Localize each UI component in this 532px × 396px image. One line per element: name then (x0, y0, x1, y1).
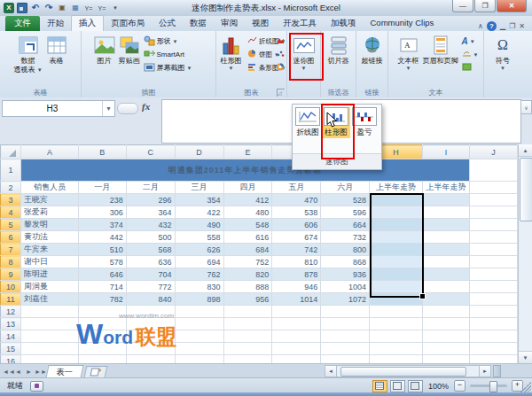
first-sheet-icon[interactable]: ◄◄ (3, 369, 12, 375)
wordart-button[interactable]: A▼ (460, 35, 476, 48)
save-icon[interactable] (17, 3, 27, 13)
horizontal-scrollbar[interactable]: ◄ ► (325, 366, 501, 377)
cell[interactable] (470, 343, 518, 355)
sparkline-button[interactable]: 迷你图 ▼ (292, 33, 317, 87)
cell[interactable] (20, 330, 78, 343)
minimize-button[interactable]: — (452, 0, 473, 12)
cell-B11[interactable]: 782 (78, 293, 126, 306)
cell[interactable] (223, 355, 272, 364)
resize-grip[interactable] (520, 382, 531, 392)
cell-A10[interactable]: 周润曼 (20, 281, 78, 293)
close-button[interactable]: ✕ (497, 0, 527, 12)
zoom-slider-thumb[interactable] (489, 381, 497, 392)
row-header-2[interactable]: 2 (1, 182, 21, 194)
cell-H6[interactable] (370, 231, 423, 244)
row-header-3[interactable]: 3 (1, 194, 21, 206)
cell-D10[interactable]: 830 (175, 281, 223, 293)
collapse-ribbon-icon[interactable]: ∧ (478, 22, 483, 30)
cell-J8[interactable] (470, 256, 518, 268)
cell[interactable] (321, 306, 370, 318)
cell-H10[interactable] (370, 281, 423, 293)
cell-I7[interactable] (423, 244, 470, 256)
cell[interactable] (370, 306, 423, 318)
cell-G10[interactable]: 1004 (321, 281, 370, 293)
object-button[interactable] (460, 61, 476, 74)
insert-function-button[interactable]: fx (142, 101, 150, 112)
cell-E3[interactable]: 412 (223, 194, 272, 206)
cell-D6[interactable]: 558 (175, 231, 223, 244)
next-sheet-icon[interactable]: ► (24, 369, 34, 375)
cell-E6[interactable]: 616 (223, 231, 272, 244)
horizontal-scroll-thumb[interactable] (340, 367, 466, 377)
tab-community-clips[interactable]: Community Clips (364, 16, 442, 31)
cell-A5[interactable]: 黎发明 (20, 219, 78, 231)
cell-J10[interactable] (470, 281, 518, 293)
cell-B8[interactable]: 578 (78, 256, 126, 268)
cell-D4[interactable]: 422 (175, 206, 223, 219)
sheet-title-cell[interactable]: 明通集团2011年上半年销售走势分析表 (20, 159, 469, 182)
cell-B9[interactable]: 646 (78, 268, 126, 281)
tab-page-layout[interactable]: 页面布局 (104, 16, 152, 31)
cell[interactable] (370, 355, 423, 364)
cell-F6[interactable]: 674 (272, 231, 321, 244)
cell-J7[interactable] (470, 244, 518, 256)
cell-D8[interactable]: 694 (175, 256, 223, 268)
cell[interactable] (321, 318, 370, 330)
header-cell-F2[interactable]: 五月 (272, 182, 321, 194)
cell-I4[interactable] (423, 206, 470, 219)
cell[interactable] (272, 306, 321, 318)
cell[interactable] (321, 343, 370, 355)
cell[interactable] (20, 355, 78, 364)
cell-I3[interactable] (423, 194, 470, 206)
layout-grid-icon[interactable]: ▦ (70, 3, 81, 13)
cell-H8[interactable] (370, 256, 423, 268)
symbol-button[interactable]: Ω 符号 ▼ (494, 33, 512, 87)
cell-F3[interactable]: 470 (272, 194, 321, 206)
cell[interactable] (370, 318, 423, 330)
cell-B5[interactable]: 374 (78, 219, 126, 231)
vertical-scroll-thumb[interactable] (520, 158, 532, 221)
cell-A8[interactable]: 谢中日 (20, 256, 78, 268)
picture-button[interactable]: 图片 (92, 33, 117, 87)
tab-view[interactable]: 视图 (245, 16, 276, 31)
workbook-restore-icon[interactable]: ❐ (509, 22, 515, 30)
cell-I9[interactable] (423, 268, 470, 281)
cell[interactable] (370, 330, 423, 343)
other-charts-button[interactable] (274, 61, 286, 74)
maximize-button[interactable]: ❐ (474, 0, 496, 12)
row-header-8[interactable]: 8 (1, 256, 21, 268)
cell-E4[interactable]: 480 (223, 206, 272, 219)
cell[interactable] (175, 306, 223, 318)
cell-J6[interactable] (470, 231, 518, 244)
bar-chart-button[interactable]: 条形图▼ (246, 61, 274, 74)
row-header-7[interactable]: 7 (1, 244, 21, 256)
cell-F9[interactable]: 878 (272, 268, 321, 281)
cell-G11[interactable]: 1072 (321, 293, 370, 306)
row-header-4[interactable]: 4 (1, 206, 21, 219)
headerfooter-button[interactable]: 页眉和页脚 (421, 33, 460, 87)
cell-C5[interactable]: 432 (126, 219, 175, 231)
cell[interactable] (423, 318, 470, 330)
cell-E9[interactable]: 820 (223, 268, 272, 281)
cell-F8[interactable]: 810 (272, 256, 321, 268)
cell-A7[interactable]: 牛宾来 (20, 244, 78, 256)
zoom-level[interactable]: 100% (428, 382, 449, 391)
cell[interactable] (272, 343, 321, 355)
scroll-down-icon[interactable]: ▼ (519, 351, 532, 363)
row-header-1[interactable]: 1 (1, 159, 21, 182)
slicer-button[interactable]: 切片器 (326, 33, 351, 87)
cell-C9[interactable]: 704 (126, 268, 175, 281)
macro-record-icon[interactable] (30, 381, 43, 392)
prev-sheet-icon[interactable]: ◄ (13, 369, 23, 375)
cell-G5[interactable]: 664 (321, 219, 370, 231)
cell-G3[interactable]: 528 (321, 194, 370, 206)
shapes-button[interactable]: 形状▼ (142, 35, 206, 48)
pie-chart-button[interactable]: 饼图▼ (246, 48, 274, 61)
menu-item-line-sparkline[interactable]: 折线图 (293, 107, 322, 138)
workbook-close-icon[interactable]: ✕ (519, 22, 525, 30)
header-cell-I2[interactable]: 上半年走势 (423, 182, 470, 194)
cell-I10[interactable] (423, 281, 470, 293)
row-header-11[interactable]: 11 (1, 293, 21, 306)
zoom-slider[interactable] (470, 384, 507, 387)
cell-E5[interactable]: 548 (223, 219, 272, 231)
